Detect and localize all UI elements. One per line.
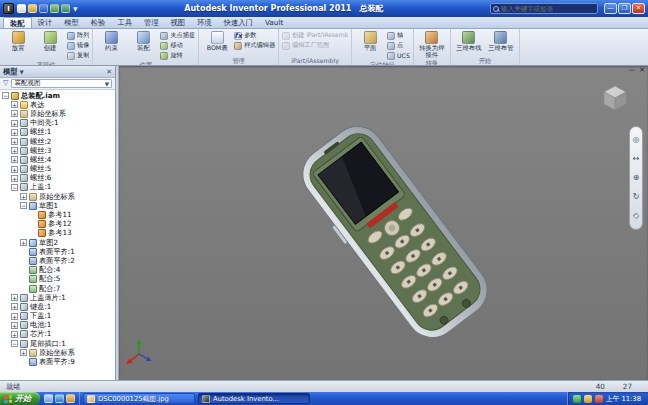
tree-item[interactable]: +螺丝:5 (0, 165, 115, 174)
ribbon-button[interactable]: 复制 (67, 51, 89, 60)
tree-item[interactable]: 表面平齐:9 (0, 357, 115, 366)
part-icon (20, 321, 28, 329)
tree-item[interactable]: +电池:1 (0, 321, 115, 330)
filter-icon[interactable]: ▽ (3, 80, 8, 87)
tree-item[interactable]: +键盘:1 (0, 302, 115, 311)
tree-item[interactable]: +螺丝:1 (0, 128, 115, 137)
ribbon-button[interactable]: 放置 (3, 30, 33, 60)
expand-toggle[interactable]: + (11, 166, 18, 173)
ribbon-tab-10[interactable]: Vault (259, 17, 289, 28)
styles-icon (234, 42, 242, 50)
orbit-icon[interactable]: ↻ (631, 192, 641, 202)
ribbon-tab-3[interactable]: 模型 (58, 17, 85, 28)
ribbon-tab-9[interactable]: 快速入门 (218, 17, 259, 28)
expand-toggle[interactable]: + (11, 294, 18, 301)
expand-toggle[interactable]: + (11, 147, 18, 154)
tree-item[interactable]: +下盖:1 (0, 312, 115, 321)
expand-toggle[interactable]: − (2, 92, 9, 99)
tray-icon-2[interactable] (584, 395, 592, 403)
ribbon-button[interactable]: UCS (387, 51, 410, 60)
graphics-window[interactable]: — ✕ ◎↔⊕↻◇ (119, 66, 648, 380)
tree-item[interactable]: +螺丝:6 (0, 174, 115, 183)
full-navigation-wheel-icon[interactable]: ◎ (631, 135, 641, 145)
ribbon-tab-2[interactable]: 设计 (32, 17, 59, 28)
browser-close-icon[interactable]: ✕ (106, 68, 112, 76)
zoom-icon[interactable]: ⊕ (631, 173, 641, 183)
ribbon-tab-8[interactable]: 环境 (191, 17, 218, 28)
ribbon-tab-5[interactable]: 工具 (111, 17, 138, 28)
expand-toggle[interactable]: + (11, 175, 18, 182)
expand-toggle[interactable]: + (20, 193, 27, 200)
ribbon-button[interactable]: BOM表 (202, 30, 232, 56)
save-icon[interactable] (39, 4, 48, 13)
tray-icon-3[interactable] (595, 395, 603, 403)
ribbon-button[interactable]: 夹点捕捉 (160, 31, 195, 40)
ribbon-button[interactable]: 约束 (96, 30, 126, 60)
inventor-logo-icon[interactable]: I (3, 3, 14, 14)
expand-toggle[interactable]: + (11, 110, 18, 117)
tree-item[interactable]: +中间壳:1 (0, 119, 115, 128)
phone-model[interactable] (119, 66, 648, 380)
ribbon-tab-1[interactable]: 装配 (3, 17, 32, 28)
expand-toggle[interactable]: − (20, 202, 27, 209)
maximize-button[interactable]: ❐ (618, 3, 631, 14)
ribbon-button[interactable]: 点 (387, 41, 410, 50)
look-at-icon[interactable]: ◇ (631, 211, 641, 221)
ribbon-button[interactable]: 镜像 (67, 41, 89, 50)
search-input[interactable] (501, 5, 595, 13)
ribbon-button[interactable]: 三维布管 (486, 30, 516, 56)
ribbon-button[interactable]: 阵列 (67, 31, 89, 40)
minimize-button[interactable]: — (604, 3, 617, 14)
new-icon[interactable] (17, 4, 26, 13)
expand-toggle[interactable]: + (20, 239, 27, 246)
expand-toggle[interactable]: + (20, 349, 27, 356)
browser-launcher-icon[interactable] (55, 394, 64, 403)
undo-icon[interactable] (50, 4, 59, 13)
tray-icon-1[interactable] (573, 395, 581, 403)
tree-item[interactable]: +螺丝:3 (0, 146, 115, 155)
ribbon-button[interactable]: fx参数 (234, 31, 275, 40)
chevron-down-icon[interactable]: ▼ (20, 69, 24, 75)
open-icon[interactable] (28, 4, 37, 13)
taskbar-task[interactable]: DSC0000125截图.jpg (83, 393, 195, 404)
chevron-down-icon[interactable]: ▼ (73, 5, 78, 12)
expand-toggle[interactable]: − (11, 340, 18, 347)
expand-toggle[interactable]: + (11, 313, 18, 320)
assembly-view-dropdown[interactable]: 装配视图 ▼ (11, 79, 112, 88)
ribbon-button[interactable]: 创建 (35, 30, 65, 60)
ribbon-button[interactable]: 移动 (160, 41, 195, 50)
folder-launcher-icon[interactable] (66, 394, 75, 403)
ribbon-button[interactable]: 转换为焊接件 (417, 30, 447, 58)
expand-toggle[interactable]: + (11, 129, 18, 136)
ribbon-tab-4[interactable]: 检验 (85, 17, 112, 28)
ribbon-button[interactable]: 样式编辑器 (234, 41, 275, 50)
ribbon-tab-6[interactable]: 管理 (138, 17, 165, 28)
expand-toggle[interactable]: + (11, 322, 18, 329)
close-button[interactable]: ✕ (632, 3, 645, 14)
view-cube[interactable] (598, 80, 632, 114)
taskbar-task[interactable]: Autodesk Invento... (198, 393, 310, 404)
expand-toggle[interactable]: + (11, 303, 18, 310)
start-button[interactable]: 开始 (0, 392, 40, 405)
ribbon-tab-7[interactable]: 视图 (165, 17, 192, 28)
expand-toggle[interactable]: + (11, 101, 18, 108)
document-close-icon[interactable]: ✕ (639, 67, 645, 74)
expand-toggle[interactable]: − (11, 184, 18, 191)
ribbon-button[interactable]: 平面 (355, 30, 385, 60)
tree-item[interactable]: +螺丝:2 (0, 137, 115, 146)
redo-icon[interactable] (61, 4, 70, 13)
ribbon-button[interactable]: 旋转 (160, 51, 195, 60)
tree-item[interactable]: −总装配.iam (0, 91, 115, 100)
show-desktop-icon[interactable] (44, 394, 53, 403)
expand-toggle[interactable]: + (11, 138, 18, 145)
document-minimize-icon[interactable]: — (628, 67, 635, 74)
tree-item[interactable]: +螺丝:4 (0, 155, 115, 164)
tree-item[interactable]: +上盖薄片:1 (0, 293, 115, 302)
ribbon-button[interactable]: 轴 (387, 31, 410, 40)
expand-toggle[interactable]: + (11, 331, 18, 338)
pan-icon[interactable]: ↔ (631, 154, 641, 164)
ribbon-button[interactable]: 三维布线 (454, 30, 484, 56)
expand-toggle[interactable]: + (11, 120, 18, 127)
expand-toggle[interactable]: + (11, 156, 18, 163)
ribbon-button[interactable]: 装配 (128, 30, 158, 60)
